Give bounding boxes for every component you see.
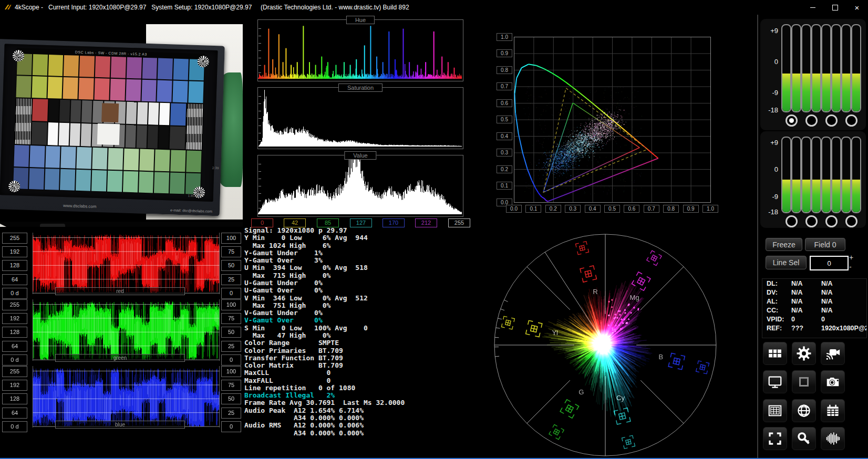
chart-white-patch (97, 124, 120, 145)
titlebar: 4kScope - Current Input: 1920x1080P@29.9… (0, 0, 868, 15)
chart-color-patch (45, 146, 60, 168)
waveform-red-scale-64: 64 (2, 274, 27, 285)
status-row-al: AL:N/AN/A (762, 297, 866, 306)
tool-fullscreen-button[interactable] (763, 427, 787, 450)
chart-color-patch (108, 148, 123, 170)
waveform-green-pct-100: 100 (221, 299, 241, 310)
cie-x-tick-0.9: 0.9 (683, 205, 699, 213)
status-label: DL: (767, 280, 791, 287)
chart-color-patch (81, 124, 91, 147)
signal-line: Audio RMS A12 0.000% 0.006% (244, 422, 478, 429)
audio-meter-fill (842, 74, 850, 111)
waveform-green-scale-0 d: 0 d (2, 354, 27, 366)
line-increment-button[interactable]: + (849, 254, 853, 260)
status-label: AL: (767, 298, 791, 305)
audio-meter-bar (851, 137, 861, 213)
channel-pair-radio[interactable] (786, 114, 798, 127)
waveform-red-scale-0 d: 0 d (2, 288, 27, 299)
chart-color-patch (148, 126, 158, 149)
signal-line: Y-Gamut Over 3% (244, 257, 478, 264)
freeze-button[interactable]: Freeze (766, 238, 802, 251)
waveform-green-scale-192: 192 (2, 313, 27, 324)
channel-pair-radio[interactable] (825, 215, 838, 227)
signal-line: Signal: 1920x1080 p 29.97 (244, 227, 478, 234)
waveform-green-label: green (55, 354, 185, 362)
data-table-icon (767, 403, 783, 419)
audio-meter-fill (802, 74, 810, 111)
channel-pair-radio[interactable] (845, 215, 857, 227)
tool-data-table-button[interactable] (763, 399, 787, 422)
status-label: REF: (767, 325, 791, 332)
field-button[interactable]: Field 0 (805, 238, 845, 251)
chart-color-patch (155, 150, 170, 171)
tool-stop-frame-button[interactable] (792, 370, 816, 393)
line-decrement-button[interactable]: - (849, 264, 852, 270)
chart-url: www.dsclabs.com (63, 203, 97, 209)
chart-color-patch (59, 123, 69, 145)
chart-color-patch (141, 80, 157, 101)
channel-pair-radio[interactable] (805, 215, 818, 227)
maximize-icon (832, 5, 838, 11)
calendar-icon (825, 403, 841, 419)
audio-meter-bank-1: +90-9-18 (760, 19, 866, 130)
minimize-icon (810, 7, 815, 8)
tool-monitor-display-button[interactable] (763, 370, 787, 393)
waveform-blue-scale-64: 64 (2, 408, 27, 419)
signal-line: Audio Peak A12 1.654% 6.714% (244, 407, 478, 414)
chart-color-patch (16, 76, 32, 98)
audio-meter-bar (831, 137, 841, 213)
value-histogram-label: Value (344, 151, 376, 160)
tool-settings-gear-button[interactable] (792, 342, 816, 365)
audio-meter-bar (781, 24, 791, 112)
waveform-green-scale-128: 128 (2, 327, 27, 338)
channel-pair-radio[interactable] (805, 114, 818, 127)
chart-color-patch (158, 58, 173, 80)
hue-histogram-canvas (258, 20, 462, 80)
tool-layout-grid-button[interactable] (763, 342, 787, 365)
audio-meter-fill (822, 180, 830, 212)
channel-pair-radio[interactable] (786, 215, 798, 227)
chart-color-patch (148, 102, 159, 125)
meter-scale--18: -18 (762, 208, 778, 216)
tool-audio-levels-button[interactable] (821, 427, 845, 450)
tool-calendar-button[interactable] (821, 399, 845, 422)
channel-pair-radio[interactable] (825, 114, 838, 127)
signal-line: Color Range SMPTE (244, 339, 478, 347)
resolution-wedge (185, 103, 203, 150)
status-row-vpid: VPID:00 (762, 315, 866, 324)
chart-color-patch (111, 57, 126, 78)
chart-color-patch (64, 55, 79, 77)
hyperbolic-wedge-icon (197, 56, 209, 68)
channel-pair-radio[interactable] (845, 114, 857, 127)
dsc-color-chart: DSC Labs - SW - CDM 28R - v15.2 A3 (13, 48, 205, 195)
audio-meter-bar (841, 137, 851, 213)
tool-snapshot-camera-button[interactable] (821, 370, 845, 393)
tool-stream-camera-button[interactable] (821, 342, 845, 365)
chart-color-patch (47, 77, 63, 98)
audio-meter-fill (782, 74, 790, 111)
monitor-with-chart: DSC Labs - SW - CDM 28R - v15.2 A3 (0, 39, 225, 216)
waveform-red-scale-128: 128 (2, 260, 27, 271)
close-button[interactable]: × (846, 0, 868, 15)
minimize-button[interactable] (802, 0, 824, 15)
signal-status-text: Signal: 1920x1080 p 29.97Y Min 0 Low 6% … (244, 227, 478, 437)
app-logo-icon (4, 4, 12, 11)
signal-line: Color Primaries BT.709 (244, 347, 478, 354)
signal-line: Line repetition 0 of 1080 (244, 384, 478, 392)
chart-color-patch (14, 145, 29, 166)
chart-color-patch (136, 126, 147, 148)
line-number-input[interactable] (810, 256, 849, 270)
chart-color-patch (33, 99, 48, 121)
audio-meter-fill (792, 180, 800, 212)
waveform-green-pct-50: 50 (221, 327, 241, 338)
maximize-button[interactable] (824, 0, 846, 15)
stream-camera-icon (825, 346, 841, 361)
tool-search-key-button[interactable] (792, 427, 816, 450)
monitor-display-icon (767, 374, 783, 390)
line-sel-button[interactable]: Line Sel (766, 256, 807, 269)
audio-meter-bar (791, 24, 801, 112)
status-value-a: ??? (791, 325, 821, 332)
chart-color-patch (60, 169, 76, 190)
status-value-b: N/A (821, 289, 866, 296)
tool-network-globe-button[interactable] (792, 399, 816, 422)
